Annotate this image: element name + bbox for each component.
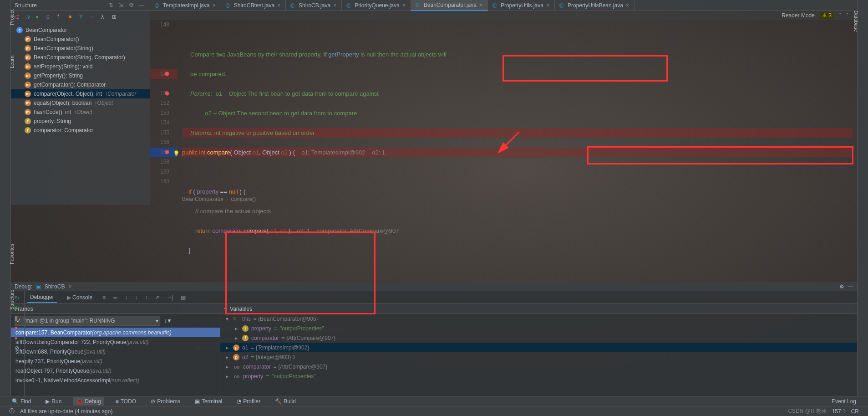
variable-row[interactable]: ▸fcomparator = {AttrCompare@907}	[220, 333, 857, 343]
variable-row[interactable]: ▸oocomparator = {AttrCompare@907}	[220, 362, 857, 371]
problems-tab[interactable]: ⊘ Problems	[148, 397, 183, 406]
breakpoint-icon[interactable]	[165, 91, 169, 96]
editor-tab[interactable]: ©PropertyUtilsBean.java×	[555, 0, 635, 11]
filter-icon[interactable]: ▼	[167, 318, 172, 324]
structure-item[interactable]: setProperty(String): void	[11, 62, 150, 71]
editor-tab[interactable]: ©ShiroCBtest.java×	[221, 0, 286, 11]
show-inherited-icon[interactable]: ■	[68, 14, 76, 21]
editor-tab[interactable]: ©ShiroCB.java×	[286, 0, 342, 11]
structure-item[interactable]: getComparator(): Comparator	[11, 80, 150, 89]
frame-row[interactable]: readObject:797, PriorityQueue (java.util…	[11, 366, 220, 375]
find-tab[interactable]: 🔍 Find	[9, 397, 34, 406]
pause-icon[interactable]: ‖	[15, 315, 21, 321]
hide-icon[interactable]: —	[139, 2, 146, 9]
cursor-position[interactable]: 157:1	[832, 408, 846, 415]
sort-visibility-icon[interactable]: ↓v	[25, 14, 32, 21]
line-sep[interactable]: CR	[851, 408, 859, 415]
sidebar-tab-database[interactable]: Database	[853, 10, 859, 32]
variable-row[interactable]: ▾≡this = {BeanComparator@905}	[220, 314, 857, 324]
show-lambda-icon[interactable]: ○	[90, 14, 97, 21]
todo-tab[interactable]: ≡ TODO	[113, 397, 139, 406]
editor-tab[interactable]: ©PropertyUtils.java×	[488, 0, 555, 11]
show-fields-icon[interactable]: f	[57, 14, 65, 21]
frame-row[interactable]: siftDown:688, PriorityQueue (java.util)	[11, 347, 220, 356]
drop-frame-icon[interactable]: ↗	[155, 294, 159, 301]
run-tab[interactable]: ▶ Run	[43, 397, 64, 406]
info-icon[interactable]: ⓘ	[9, 407, 15, 415]
structure-item[interactable]: BeanComparator()	[11, 35, 150, 44]
close-icon[interactable]: ×	[333, 2, 337, 9]
lambda-icon[interactable]: λ	[101, 14, 108, 21]
close-icon[interactable]: ×	[479, 2, 483, 8]
gear-icon[interactable]: ⚙	[839, 283, 844, 290]
chevron-down-icon[interactable]: ˇ	[846, 12, 848, 19]
structure-item[interactable]: hashCode(): int ↑Object	[11, 108, 150, 117]
run-to-cursor-icon[interactable]: →|	[167, 294, 173, 301]
variable-row[interactable]: ▸po1 = {TemplatesImpl@902}	[220, 343, 857, 352]
frame-row[interactable]: siftDownUsingComparator:722, PriorityQue…	[11, 337, 220, 347]
sidebar-tab-learn[interactable]: Learn	[9, 56, 15, 68]
close-icon[interactable]: ×	[213, 2, 216, 9]
editor-tab[interactable]: ©PriorityQueue.java×	[342, 0, 411, 11]
structure-item[interactable]: BeanComparator(String, Comparator)	[11, 53, 150, 62]
chevron-up-icon[interactable]: ˆ	[839, 12, 841, 19]
sort-icon[interactable]: ↓z	[14, 14, 21, 21]
sidebar-tab-structure[interactable]: Structure	[9, 289, 15, 310]
add-watch-icon[interactable]: +	[224, 306, 227, 312]
close-icon[interactable]: ×	[546, 2, 550, 9]
structure-item[interactable]: equals(Object): boolean ↑Object	[11, 98, 150, 108]
expand-icon[interactable]: ▾	[226, 316, 230, 322]
mute-bp-icon[interactable]: ⊘	[15, 345, 21, 351]
step-into-icon[interactable]: ↓	[125, 294, 127, 301]
terminal-tab[interactable]: ▣ Terminal	[192, 397, 225, 406]
structure-item[interactable]: getProperty(): String	[11, 71, 150, 80]
sidebar-tab-favorites[interactable]: Favorites	[9, 244, 15, 264]
frame-row[interactable]: invoke0:-1, NativeMethodAccessorImpl (su…	[11, 375, 220, 385]
step-over-icon[interactable]: ⤼	[113, 294, 117, 301]
build-tab[interactable]: 🔨 Build	[272, 397, 299, 406]
frame-row[interactable]: compare:157, BeanComparator (org.apache.…	[11, 328, 220, 337]
collapse-all-icon[interactable]: ⇲	[119, 2, 126, 9]
close-icon[interactable]: ×	[402, 2, 406, 9]
debug-session-name[interactable]: ShiroCB	[45, 283, 65, 290]
expand-icon[interactable]: ▸	[235, 325, 239, 332]
gear-icon[interactable]: ⚙	[129, 2, 136, 9]
profiler-tab[interactable]: ◔ Profiler	[234, 397, 263, 406]
hide-icon[interactable]: —	[848, 283, 853, 290]
tab-debugger[interactable]: Debugger	[27, 292, 57, 303]
expand-icon[interactable]: ▸	[235, 335, 239, 341]
force-step-into-icon[interactable]: ↓	[135, 294, 137, 301]
event-log-tab[interactable]: Event Log	[827, 397, 859, 406]
expand-icon[interactable]: ▸	[226, 364, 230, 370]
structure-root[interactable]: BeanComparator	[11, 26, 150, 35]
structure-item[interactable]: compare(Object, Object): int ↑Comparator	[11, 89, 150, 98]
editor-tab[interactable]: ©BeanComparator.java×	[411, 0, 488, 11]
tab-console[interactable]: ▶ Console	[64, 293, 95, 303]
reader-mode-label[interactable]: Reader Mode	[782, 12, 815, 19]
warn-count[interactable]: ⚠ 3	[820, 12, 833, 19]
expand-icon[interactable]: ▸	[226, 373, 230, 380]
breadcrumb[interactable]: BeanComparator›compare()	[182, 196, 256, 202]
show-anonymous-icon[interactable]: Y	[79, 14, 86, 21]
step-out-icon[interactable]: ↑	[145, 294, 147, 301]
frame-row[interactable]: heapify:737, PriorityQueue (java.util)	[11, 356, 220, 366]
show-properties-icon[interactable]: p	[46, 14, 54, 21]
close-icon[interactable]: ×	[277, 2, 281, 9]
structure-item[interactable]: property: String	[11, 117, 150, 126]
stop-icon[interactable]: ■	[15, 325, 21, 331]
breakpoint-icon[interactable]	[165, 150, 169, 154]
variable-row[interactable]: ▸fproperty = "outputProperties"	[220, 324, 857, 333]
structure-item[interactable]: comparator: Comparator	[11, 126, 150, 135]
thread-selector[interactable]: ✓"main"@1 in group "main": RUNNING▾	[15, 316, 160, 326]
rerun-icon[interactable]: ↻	[15, 295, 21, 301]
expand-all-icon[interactable]: ⇅	[109, 2, 116, 9]
breakpoints-icon[interactable]: ●	[15, 335, 21, 341]
expand-icon[interactable]: ▸	[226, 354, 230, 360]
close-icon[interactable]: ×	[68, 283, 71, 290]
structure-item[interactable]: BeanComparator(String)	[11, 44, 150, 53]
variable-row[interactable]: ▸ooproperty = "outputProperties"	[220, 371, 857, 381]
resume-icon[interactable]: ▶	[15, 305, 21, 311]
evaluate-icon[interactable]: ▦	[181, 294, 186, 301]
step-icon[interactable]: ≡	[102, 294, 106, 301]
close-icon[interactable]: ×	[626, 2, 629, 9]
